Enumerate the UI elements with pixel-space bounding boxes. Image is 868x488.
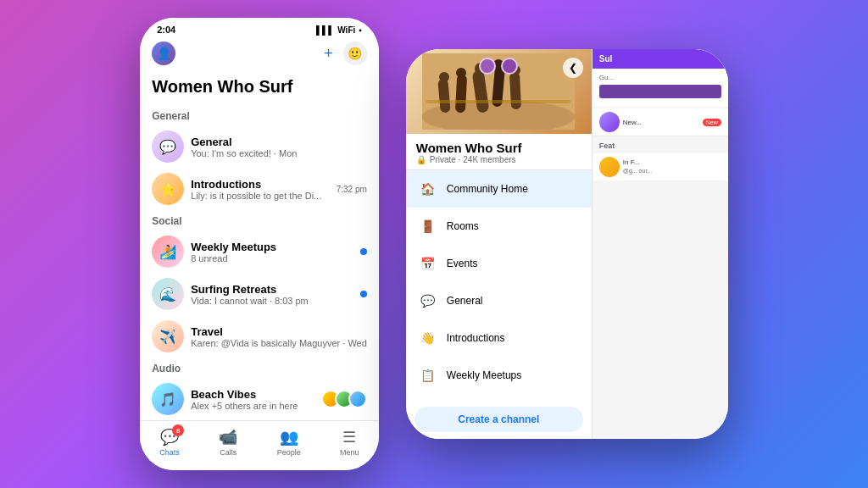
svg-rect-4 — [455, 75, 467, 114]
emoji-icon: 🙂 — [348, 47, 362, 60]
travel-name: Travel — [191, 325, 367, 338]
menu-item-general[interactable]: 💬 General — [406, 282, 592, 319]
surfing-preview: Vida: I cannot wait · 8:03 pm — [191, 296, 353, 306]
community-cover: ❮ — [406, 49, 592, 134]
right-new-badge: New — [703, 119, 721, 126]
intro-preview: Lily: is it possible to get the Di... — [191, 191, 330, 201]
emoji-button[interactable]: 🙂 — [343, 42, 367, 65]
chat-item-beach[interactable]: 🎵 Beach Vibes Alex +5 others are in here — [140, 378, 379, 420]
dot-2 — [501, 58, 518, 75]
travel-info: Travel Karen: @Vida is basically Maguyve… — [191, 325, 367, 348]
section-audio: Audio — [140, 358, 379, 378]
right-panel: Sul Gu... New... New Feat In F...@g... o… — [593, 49, 728, 439]
right-featured-item: In F...@g... our... — [593, 153, 728, 180]
menu-item-introductions[interactable]: 👋 Introductions — [406, 319, 592, 357]
weekly-unread-badge — [360, 248, 367, 255]
menu-label-introductions: Introductions — [447, 332, 505, 344]
community-meta-text: Private · 24K members — [430, 155, 516, 164]
community-menu-list: 🏠 Community Home 🚪 Rooms 📅 Events 💬 Gene… — [406, 170, 592, 400]
beach-info: Beach Vibes Alex +5 others are in here — [191, 388, 314, 411]
right-group-avatar — [599, 112, 620, 132]
chat-item-introductions[interactable]: ⭐ Introductions Lily: is it possible to … — [140, 168, 379, 210]
section-social: Social — [140, 210, 379, 230]
menu-label-weekly: Weekly Meetups — [447, 369, 521, 381]
right-panel-header: Sul — [593, 49, 728, 69]
beach-name: Beach Vibes — [191, 388, 314, 401]
svg-point-5 — [456, 68, 466, 78]
right-featured-text: In F...@g... our... — [623, 158, 652, 176]
surfing-meta — [360, 291, 367, 297]
nav-menu[interactable]: ☰ Menu — [340, 428, 359, 457]
status-icons: ▌▌▌ WiFi ▪ — [316, 25, 362, 35]
menu-item-weekly-meetups[interactable]: 📋 Weekly Meetups — [406, 357, 592, 394]
menu-label-events: Events — [447, 258, 478, 269]
lock-icon: 🔒 — [416, 155, 426, 164]
signal-icon: ▌▌▌ — [316, 25, 334, 35]
right-panel-title: Sul — [599, 54, 613, 64]
wifi-icon: WiFi — [337, 25, 355, 35]
nav-menu-label: Menu — [340, 448, 359, 457]
intro-menu-icon: 👋 — [416, 326, 440, 350]
people-icon: 👥 — [280, 428, 298, 446]
general-preview: You: I'm so excited! · Mon — [191, 148, 367, 158]
menu-label-community-home: Community Home — [447, 183, 528, 195]
svg-rect-12 — [426, 100, 570, 103]
home-icon: 🏠 — [416, 177, 440, 201]
create-channel-button[interactable]: Create a channel — [415, 407, 583, 432]
chat-item-surfing[interactable]: 🌊 Surfing Retreats Vida: I cannot wait ·… — [140, 273, 379, 315]
general-icon: 💬 — [416, 289, 440, 313]
right-panel-group-item: New... New — [593, 108, 728, 136]
beach-group-avatars — [321, 390, 367, 408]
right-group-text: New... — [623, 119, 642, 126]
weekly-name: Weekly Meetups — [191, 241, 353, 253]
nav-chats[interactable]: 💬 8 Chats — [159, 428, 180, 457]
intro-info: Introductions Lily: is it possible to ge… — [191, 178, 330, 201]
menu-item-rooms[interactable]: 🚪 Rooms — [406, 208, 592, 245]
right-preview-label: Gu... — [599, 74, 721, 81]
calls-icon: 📹 — [219, 428, 237, 446]
nav-calls[interactable]: 📹 Calls — [219, 428, 237, 457]
right-featured-label: Feat — [593, 138, 728, 153]
beach-preview: Alex +5 others are in here — [191, 401, 314, 411]
nav-chats-label: Chats — [159, 448, 180, 457]
add-icon[interactable]: + — [324, 45, 333, 63]
right-featured-avatar — [599, 157, 620, 177]
color-dots — [479, 58, 518, 75]
dot-1 — [479, 58, 496, 75]
nav-people[interactable]: 👥 People — [277, 428, 301, 457]
profile-avatar[interactable]: 👤 — [152, 42, 175, 65]
community-meta: 🔒 Private · 24K members — [416, 155, 581, 164]
menu-item-community-home[interactable]: 🏠 Community Home — [406, 170, 592, 208]
section-general: General — [140, 105, 379, 125]
travel-avatar: ✈️ — [152, 320, 184, 352]
menu-item-surfing-retreats[interactable]: 🌊 Surfing Retreats — [406, 394, 592, 400]
nav-people-label: People — [277, 448, 301, 457]
menu-item-events[interactable]: 📅 Events — [406, 245, 592, 282]
menu-label-general: General — [447, 295, 483, 307]
chat-item-travel[interactable]: ✈️ Travel Karen: @Vida is basically Magu… — [140, 315, 379, 358]
group-av-3 — [348, 390, 367, 408]
chat-header: 👤 + 🙂 — [140, 38, 379, 72]
events-icon: 📅 — [416, 252, 440, 275]
menu-icon: ☰ — [342, 428, 356, 446]
travel-preview: Karen: @Vida is basically Maguyver · Wed — [191, 338, 367, 348]
surfing-name: Surfing Retreats — [191, 283, 353, 296]
general-name: General — [191, 136, 367, 148]
chat-item-general[interactable]: 💬 General You: I'm so excited! · Mon — [140, 125, 379, 168]
right-panel-preview: Gu... — [593, 69, 728, 107]
chat-item-weekly[interactable]: 🏄 Weekly Meetups 8 unread — [140, 230, 379, 273]
chat-list: General 💬 General You: I'm so excited! ·… — [140, 105, 379, 420]
surfing-unread-badge — [360, 291, 367, 297]
weekly-preview: 8 unread — [191, 253, 353, 263]
weekly-avatar: 🏄 — [152, 236, 184, 268]
intro-time: 7:32 pm — [337, 185, 367, 194]
back-button[interactable]: ❮ — [563, 58, 583, 78]
nav-calls-label: Calls — [220, 448, 236, 457]
svg-point-3 — [439, 72, 449, 82]
rooms-icon: 🚪 — [416, 214, 440, 238]
weekly-info: Weekly Meetups 8 unread — [191, 241, 353, 263]
phone-1: 2:04 ▌▌▌ WiFi ▪ 👤 + 🙂 — [140, 18, 379, 470]
general-info: General You: I'm so excited! · Mon — [191, 136, 367, 158]
community-name: Women Who Surf — [416, 141, 581, 155]
phone-2: ❮ Women Who Surf 🔒 Private · 24K members… — [406, 49, 728, 439]
